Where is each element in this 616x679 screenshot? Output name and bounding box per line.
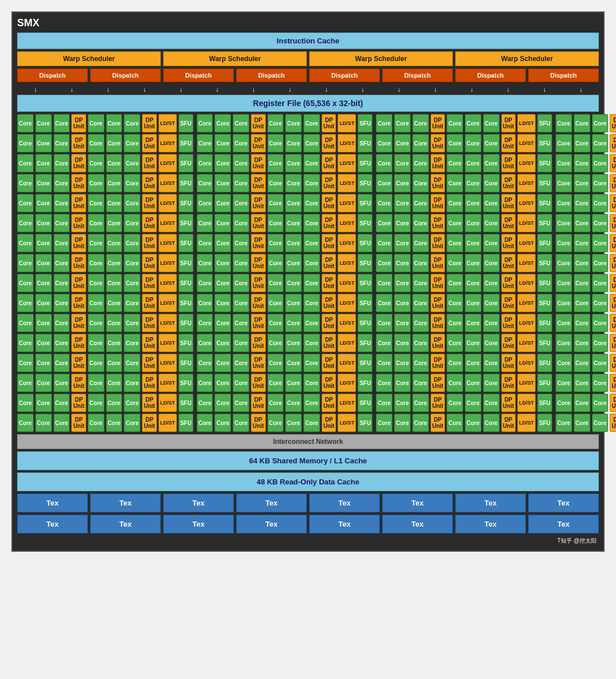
core-cell: Core: [124, 174, 140, 192]
core-cell: Core: [214, 134, 231, 152]
dp-unit-cell: DP Unit: [251, 314, 265, 332]
tex-unit-1-1: Tex: [17, 494, 88, 512]
core-cell: Core: [483, 274, 500, 292]
core-cell: Core: [35, 374, 52, 392]
core-cell: Core: [483, 194, 500, 212]
core-cell: Core: [376, 194, 392, 212]
core-cell: Core: [574, 294, 590, 312]
core-cell: Core: [556, 274, 572, 292]
dp-unit-cell: DP Unit: [431, 194, 445, 212]
dp-unit-cell: DP Unit: [610, 314, 616, 332]
core-cell: Core: [394, 414, 411, 432]
dp-unit-cell: DP Unit: [71, 274, 86, 292]
core-cell: Core: [268, 314, 284, 332]
core-cell: Core: [35, 174, 52, 192]
core-cell: Core: [376, 174, 392, 192]
dispatch-2: Dispatch: [90, 68, 161, 82]
core-cell: Core: [483, 154, 500, 172]
core-cell: Core: [54, 374, 70, 392]
core-cell: Core: [412, 374, 429, 392]
core-cell: Core: [54, 134, 70, 152]
ldst-cell: LD/ST: [159, 334, 177, 352]
warp-scheduler-3: Warp Scheduler: [309, 51, 453, 66]
core-cell: Core: [268, 254, 284, 272]
core-cell: Core: [54, 254, 70, 272]
dispatch-1: Dispatch: [17, 68, 88, 82]
core-cell: Core: [54, 334, 70, 352]
core-row-15: CoreCoreCoreDP UnitCoreCoreCoreDP UnitLD…: [17, 394, 599, 412]
core-cell: Core: [465, 214, 481, 232]
core-cell: Core: [447, 414, 463, 432]
core-cell: Core: [394, 334, 411, 352]
dispatch-row: Dispatch Dispatch Dispatch Dispatch Disp…: [17, 68, 599, 82]
core-cell: Core: [574, 234, 590, 252]
core-cell: Core: [35, 194, 52, 212]
core-cell: Core: [285, 134, 302, 152]
core-cell: Core: [197, 214, 213, 232]
core-cell: Core: [412, 174, 429, 192]
warp-scheduler-1: Warp Scheduler: [17, 51, 161, 66]
core-cell: Core: [214, 374, 231, 392]
core-cell: Core: [268, 234, 284, 252]
dp-unit-cell: DP Unit: [71, 294, 86, 312]
core-cell: Core: [233, 174, 249, 192]
core-cell: Core: [483, 314, 500, 332]
sfu-cell: SFU: [358, 374, 372, 392]
dp-unit-cell: DP Unit: [431, 254, 445, 272]
core-cell: Core: [214, 354, 231, 372]
core-cell: Core: [124, 154, 140, 172]
sfu-cell: SFU: [179, 214, 193, 232]
tex-unit-2-2: Tex: [90, 515, 161, 534]
dp-unit-cell: DP Unit: [501, 194, 516, 212]
core-cell: Core: [574, 314, 590, 332]
core-cell: Core: [214, 294, 231, 312]
dp-unit-cell: DP Unit: [322, 234, 336, 252]
ldst-cell: LD/ST: [338, 154, 356, 172]
core-cell: Core: [268, 154, 284, 172]
dp-unit-cell: DP Unit: [431, 174, 445, 192]
ldst-cell: LD/ST: [517, 254, 536, 272]
core-cell: Core: [268, 274, 284, 292]
core-cell: Core: [17, 294, 34, 312]
ldst-cell: LD/ST: [159, 374, 177, 392]
arrow-12: ↓: [418, 86, 452, 94]
arrow-9: ↓: [309, 86, 343, 94]
dp-unit-cell: DP Unit: [322, 414, 336, 432]
core-cell: Core: [574, 354, 590, 372]
dp-unit-cell: DP Unit: [322, 114, 336, 132]
core-cell: Core: [17, 194, 34, 212]
dp-unit-cell: DP Unit: [501, 354, 516, 372]
ldst-cell: LD/ST: [159, 194, 177, 212]
dp-unit-cell: DP Unit: [322, 314, 336, 332]
core-cell: Core: [197, 154, 213, 172]
ldst-cell: LD/ST: [517, 334, 536, 352]
sfu-cell: SFU: [179, 234, 193, 252]
core-cell: Core: [17, 334, 34, 352]
core-cell: Core: [465, 374, 481, 392]
core-cell: Core: [285, 174, 302, 192]
readonly-cache: 48 KB Read-Only Data Cache: [17, 472, 599, 491]
tex-unit-2-1: Tex: [17, 515, 88, 534]
core-cell: Core: [303, 154, 320, 172]
core-cell: Core: [197, 354, 213, 372]
dp-unit-cell: DP Unit: [71, 174, 86, 192]
core-cell: Core: [285, 234, 302, 252]
core-cell: Core: [592, 114, 609, 132]
dp-unit-cell: DP Unit: [501, 174, 516, 192]
core-cell: Core: [214, 114, 231, 132]
core-cell: Core: [483, 334, 500, 352]
sfu-cell: SFU: [537, 314, 552, 332]
sfu-cell: SFU: [358, 114, 372, 132]
core-cell: Core: [556, 214, 572, 232]
core-cell: Core: [106, 234, 123, 252]
core-cell: Core: [303, 214, 320, 232]
sfu-cell: SFU: [179, 254, 193, 272]
core-cell: Core: [412, 314, 429, 332]
core-cell: Core: [233, 354, 249, 372]
core-cell: Core: [447, 394, 463, 412]
core-cell: Core: [233, 414, 249, 432]
dp-unit-cell: DP Unit: [251, 334, 265, 352]
dp-unit-cell: DP Unit: [71, 194, 86, 212]
core-cell: Core: [54, 194, 70, 212]
core-cell: Core: [412, 414, 429, 432]
